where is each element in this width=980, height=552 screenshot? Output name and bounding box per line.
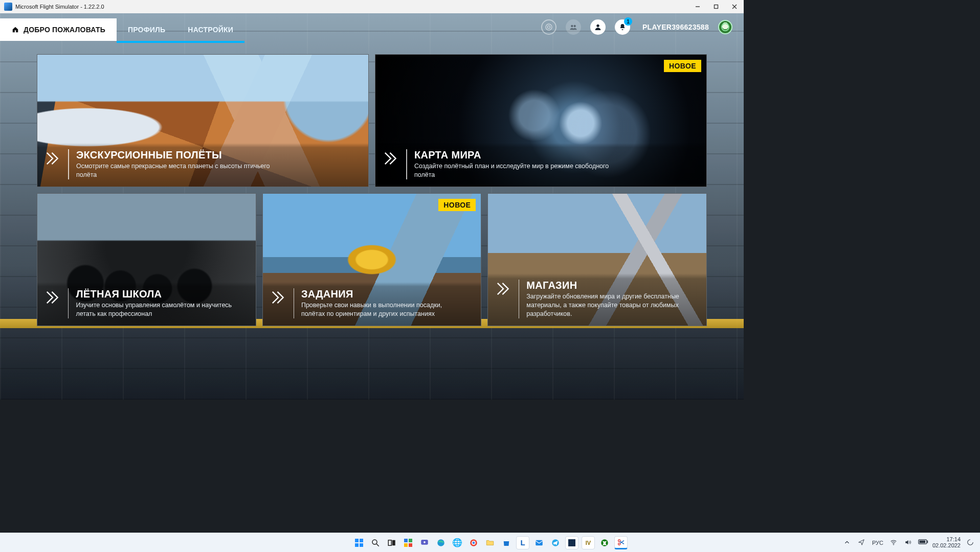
card-desc: Осмотрите самые прекрасные места планеты… (76, 162, 281, 179)
account-button[interactable] (590, 19, 606, 35)
caption-divider (68, 288, 69, 318)
person-icon (594, 23, 602, 31)
chevron-right-icon (383, 150, 399, 167)
notification-count-badge: 1 (624, 17, 632, 26)
card-caption: ЭКСКУРСИОННЫЕ ПОЛЁТЫ Осмотрите самые пре… (37, 143, 368, 187)
tab-label: НАСТРОЙКИ (188, 26, 233, 34)
player-name-label[interactable]: PLAYER396623588 (642, 23, 709, 31)
card-caption: МАГАЗИН Загружайте обновления мира и дру… (488, 273, 706, 326)
app-icon (4, 3, 12, 11)
tab-label: ДОБРО ПОЖАЛОВАТЬ (24, 26, 105, 34)
tab-welcome[interactable]: ДОБРО ПОЖАЛОВАТЬ (0, 18, 117, 41)
caption-divider (519, 280, 519, 318)
tab-profile[interactable]: ПРОФИЛЬ (117, 18, 176, 41)
card-title: ЭКСКУРСИОННЫЕ ПОЛЁТЫ (76, 149, 292, 161)
new-badge: НОВОЕ (664, 60, 701, 72)
game-viewport: ДОБРО ПОЖАЛОВАТЬ ПРОФИЛЬ НАСТРОЙКИ 1 (0, 13, 744, 400)
window-titlebar: Microsoft Flight Simulator - 1.22.2.0 (0, 0, 744, 13)
card-flight-school[interactable]: ЛЁТНАЯ ШКОЛА Изучите основы управления с… (37, 193, 256, 326)
welcome-cards-grid: ЭКСКУРСИОННЫЕ ПОЛЁТЫ Осмотрите самые пре… (0, 43, 744, 326)
svg-rect-0 (715, 5, 718, 9)
svg-point-5 (596, 25, 599, 27)
nav-status-area: 1 PLAYER396623588 (541, 13, 744, 41)
card-title: ЗАДАНИЯ (301, 288, 472, 300)
card-caption: КАРТА МИРА Создайте полётный план и иссл… (375, 143, 706, 187)
svg-point-4 (573, 25, 575, 27)
card-activities[interactable]: НОВОЕ ЗАДАНИЯ Проверьте свои навыки в вы… (262, 193, 482, 326)
card-title: МАГАЗИН (526, 280, 697, 291)
notifications-button[interactable]: 1 (615, 19, 630, 35)
window-maximize-button[interactable] (707, 0, 725, 13)
window-minimize-button[interactable] (688, 0, 707, 13)
caption-divider (406, 149, 407, 179)
tab-label: ПРОФИЛЬ (128, 26, 165, 34)
caption-divider (68, 149, 69, 179)
main-nav: ДОБРО ПОЖАЛОВАТЬ ПРОФИЛЬ НАСТРОЙКИ 1 (0, 13, 744, 41)
tab-settings[interactable]: НАСТРОЙКИ (176, 18, 244, 41)
card-world-map[interactable]: НОВОЕ КАРТА МИРА Создайте полётный план … (375, 54, 707, 187)
card-desc: Загружайте обновления мира и другие бесп… (526, 292, 688, 318)
caption-divider (294, 288, 294, 318)
svg-point-3 (571, 25, 573, 27)
chevron-right-icon (44, 150, 61, 167)
svg-point-1 (546, 24, 552, 30)
chevron-right-icon (270, 289, 286, 306)
card-caption: ЛЁТНАЯ ШКОЛА Изучите основы управления с… (37, 282, 256, 326)
player-avatar[interactable] (718, 20, 732, 34)
chevron-right-icon (495, 281, 511, 297)
window-title: Microsoft Flight Simulator - 1.22.2.0 (15, 4, 104, 10)
radar-icon (545, 23, 553, 31)
card-title: КАРТА МИРА (414, 149, 631, 161)
card-discovery-flights[interactable]: ЭКСКУРСИОННЫЕ ПОЛЁТЫ Осмотрите самые пре… (37, 54, 369, 187)
window-close-button[interactable] (725, 0, 744, 13)
card-marketplace[interactable]: МАГАЗИН Загружайте обновления мира и дру… (487, 193, 707, 326)
card-title: ЛЁТНАЯ ШКОЛА (76, 288, 246, 300)
home-icon (11, 26, 19, 33)
chevron-right-icon (44, 289, 61, 306)
online-services-button[interactable] (541, 19, 556, 35)
card-desc: Проверьте свои навыки в выполнении посад… (301, 301, 463, 318)
card-desc: Создайте полётный план и исследуйте мир … (414, 162, 620, 179)
card-caption: ЗАДАНИЯ Проверьте свои навыки в выполнен… (263, 282, 481, 326)
friends-button[interactable] (566, 19, 581, 35)
group-icon (569, 23, 577, 31)
new-badge: НОВОЕ (438, 199, 476, 211)
card-desc: Изучите основы управления самолётом и на… (76, 301, 238, 318)
svg-point-2 (547, 26, 550, 28)
